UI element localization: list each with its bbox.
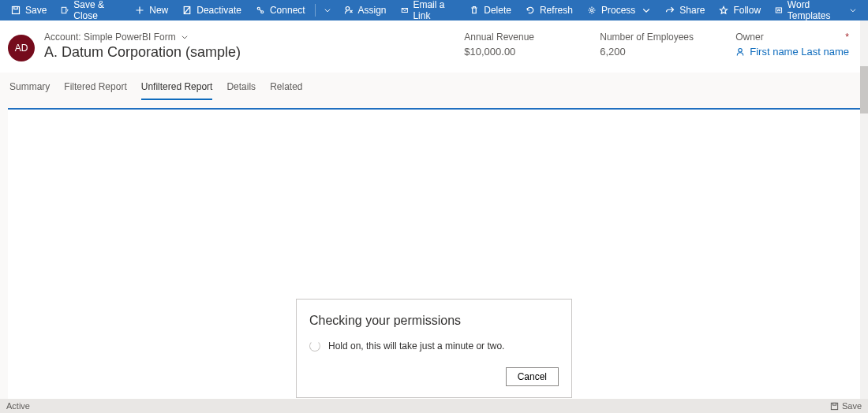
svg-rect-11	[831, 403, 837, 409]
person-icon	[735, 47, 745, 57]
svg-rect-2	[62, 7, 67, 13]
plus-icon	[135, 6, 144, 15]
trash-icon	[470, 6, 479, 15]
deactivate-icon	[182, 6, 192, 15]
svg-point-4	[257, 7, 260, 9]
tab-unfiltered-report[interactable]: Unfiltered Report	[141, 81, 213, 100]
chevron-down-icon	[642, 6, 651, 15]
svg-rect-1	[14, 7, 18, 9]
save-button[interactable]: Save	[5, 0, 53, 20]
gear-icon	[587, 6, 597, 15]
report-panel: Checking your permissions Hold on, this …	[8, 108, 860, 401]
deactivate-button[interactable]: Deactivate	[176, 0, 248, 20]
new-label: New	[149, 5, 168, 16]
word-templates-label: Word Templates	[788, 0, 843, 21]
save-icon	[11, 6, 21, 15]
share-icon	[665, 6, 675, 15]
tab-filtered-report[interactable]: Filtered Report	[64, 81, 126, 100]
form-selector[interactable]: Account: Simple PowerBI Form	[44, 32, 241, 43]
tab-region: Summary Filtered Report Unfiltered Repor…	[0, 73, 868, 401]
assign-icon	[344, 6, 354, 15]
spinner-icon	[309, 340, 320, 352]
follow-label: Follow	[733, 5, 761, 16]
tab-related[interactable]: Related	[270, 81, 302, 100]
connect-icon	[256, 6, 265, 15]
connect-button[interactable]: Connect	[249, 0, 312, 20]
connect-label: Connect	[270, 5, 305, 16]
svg-point-5	[261, 11, 264, 13]
field-label: Annual Revenue	[464, 32, 559, 43]
breadcrumb: Account: Simple PowerBI Form	[44, 32, 176, 43]
svg-point-10	[739, 48, 743, 52]
share-label: Share	[679, 5, 705, 16]
avatar-initials: AD	[15, 43, 28, 54]
refresh-button[interactable]: Refresh	[519, 0, 579, 20]
assign-label: Assign	[358, 5, 387, 16]
separator	[315, 4, 316, 17]
star-icon	[719, 6, 728, 15]
svg-rect-0	[13, 7, 20, 14]
dialog-message: Hold on, this will take just a minute or…	[328, 340, 504, 352]
email-link-label: Email a Link	[413, 0, 455, 21]
field-owner[interactable]: Owner * First name Last name	[735, 32, 849, 58]
deactivate-label: Deactivate	[196, 5, 241, 16]
field-value: $10,000.00	[464, 46, 559, 58]
dialog-title: Checking your permissions	[309, 314, 559, 328]
word-templates-button[interactable]: Word Templates	[769, 0, 863, 20]
field-label: Number of Employees	[600, 32, 694, 43]
save-close-button[interactable]: Save & Close	[54, 0, 127, 20]
refresh-icon	[526, 6, 535, 15]
email-link-button[interactable]: Email a Link	[395, 0, 462, 20]
owner-link[interactable]: First name Last name	[750, 46, 849, 58]
cancel-button[interactable]: Cancel	[506, 367, 559, 386]
save-close-label: Save & Close	[73, 0, 121, 21]
svg-point-6	[346, 7, 350, 11]
refresh-label: Refresh	[540, 5, 573, 16]
chevron-down-icon	[849, 6, 857, 15]
field-label: Owner *	[735, 32, 849, 43]
connect-dropdown[interactable]	[319, 0, 336, 20]
field-number-of-employees[interactable]: Number of Employees 6,200	[600, 32, 694, 58]
assign-button[interactable]: Assign	[338, 0, 393, 20]
field-annual-revenue[interactable]: Annual Revenue $10,000.00	[464, 32, 559, 58]
scrollbar-thumb[interactable]	[860, 66, 868, 113]
save-icon	[830, 402, 839, 411]
delete-label: Delete	[484, 5, 511, 16]
command-bar: Save Save & Close New Deactivate Connect…	[0, 0, 868, 20]
svg-point-8	[590, 9, 593, 12]
email-icon	[401, 6, 409, 15]
permissions-dialog: Checking your permissions Hold on, this …	[296, 299, 572, 398]
page-title: A. Datum Corporation (sample)	[44, 44, 241, 61]
process-button[interactable]: Process	[581, 0, 657, 20]
save-label: Save	[25, 5, 47, 16]
field-value: 6,200	[600, 46, 694, 58]
svg-rect-12	[832, 403, 836, 405]
process-label: Process	[601, 5, 635, 16]
word-icon	[775, 6, 783, 15]
share-button[interactable]: Share	[659, 0, 711, 20]
status-bar: Active Save	[0, 399, 868, 413]
chevron-down-icon	[181, 33, 189, 41]
delete-button[interactable]: Delete	[463, 0, 518, 20]
tab-summary[interactable]: Summary	[9, 81, 50, 100]
statusbar-save-button[interactable]: Save	[830, 401, 862, 411]
record-state: Active	[6, 401, 30, 411]
follow-button[interactable]: Follow	[713, 0, 767, 20]
save-close-icon	[61, 6, 69, 15]
chevron-down-icon	[324, 6, 331, 14]
statusbar-save-label: Save	[842, 401, 862, 411]
required-mark: *	[845, 32, 849, 43]
tab-details[interactable]: Details	[226, 81, 256, 100]
avatar: AD	[8, 35, 35, 61]
new-button[interactable]: New	[129, 0, 174, 20]
record-header: AD Account: Simple PowerBI Form A. Datum…	[0, 20, 868, 73]
